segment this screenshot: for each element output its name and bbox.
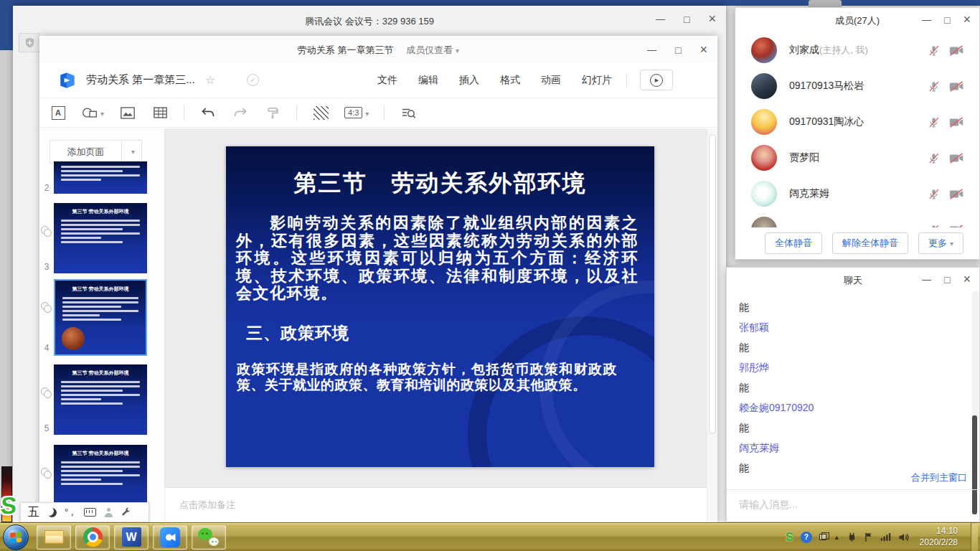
mute-all-button[interactable]: 全体静音 (765, 232, 822, 254)
notes-area[interactable]: 点击添加备注 (165, 487, 707, 522)
mic-muted-icon[interactable] (928, 152, 940, 164)
power-plug-icon[interactable] (847, 532, 857, 542)
shapes-tool-button[interactable] (82, 103, 104, 123)
mic-muted-icon[interactable] (928, 80, 940, 93)
restore-window-tray-icon[interactable] (819, 534, 826, 540)
chat-scrollbar[interactable] (972, 291, 979, 489)
minimize-icon[interactable] (922, 14, 931, 26)
divider (296, 105, 297, 121)
taskbar-chrome[interactable] (75, 525, 110, 550)
mic-muted-icon[interactable] (928, 116, 940, 128)
maximize-icon[interactable] (684, 14, 689, 26)
vertical-scrollbar[interactable] (707, 128, 717, 522)
ime-account-icon[interactable] (104, 508, 113, 517)
chat-input[interactable] (739, 499, 918, 510)
slide-paragraph[interactable]: 政策环境是指政府的各种政策方针，包括货币政策和财政政策、关于就业的政策、教育和培… (237, 362, 617, 393)
menu-format[interactable]: 格式 (500, 74, 520, 87)
help-tray-icon[interactable]: ? (801, 532, 812, 543)
table-tool-button[interactable] (151, 103, 169, 123)
slide-heading[interactable]: 三、政策环境 (246, 322, 349, 344)
saved-status-icon[interactable] (247, 74, 259, 86)
chat-window-controls (922, 273, 971, 286)
menu-slideshow[interactable]: 幻灯片 (582, 74, 612, 87)
add-page-button[interactable]: 添加页面 (50, 140, 142, 164)
network-signal-icon[interactable] (880, 532, 891, 542)
camera-off-icon[interactable] (949, 153, 963, 164)
aspect-ratio-button[interactable]: 4:3 (344, 103, 369, 123)
sogou-logo[interactable]: S (0, 492, 17, 519)
more-button[interactable]: 更多 (918, 232, 963, 254)
member-list: 刘家成 (主持人, 我) 09170913马松岩 09170 (735, 32, 979, 230)
slide-paragraph[interactable]: 影响劳动关系的因素除了就业组织内部的因素之外，还有很多因素，这些因素统称为劳动关… (236, 215, 639, 303)
maximize-icon[interactable] (944, 274, 950, 286)
minimize-icon[interactable] (656, 14, 665, 25)
taskbar-word[interactable]: W (114, 525, 149, 550)
play-slideshow-button[interactable] (640, 70, 673, 90)
find-button[interactable] (400, 103, 417, 123)
hidden-icons-chevron[interactable]: ▲ (834, 534, 840, 541)
merge-to-main-window-link[interactable]: 合并到主窗口 (911, 471, 967, 484)
image-tool-button[interactable] (119, 103, 136, 123)
chat-message: 能 (739, 418, 971, 438)
volume-speaker-icon[interactable] (898, 532, 910, 542)
taskbar-tencent-meeting[interactable] (153, 525, 187, 550)
slide-thumbnail-4-selected[interactable]: 第三节 劳动关系外部环境 (54, 279, 147, 356)
taskbar-wechat[interactable] (192, 525, 226, 550)
close-icon[interactable] (708, 13, 716, 26)
maximize-icon[interactable] (944, 14, 950, 27)
menu-file[interactable]: 文件 (377, 74, 397, 87)
slide-thumbnail-5[interactable]: 第三节 劳动关系外部环境 (54, 364, 147, 435)
chevron-down-icon[interactable] (121, 141, 141, 163)
member-name: 09170913马松岩 (789, 80, 864, 93)
slide-layout-button[interactable] (312, 103, 329, 123)
ime-settings-wrench-icon[interactable] (121, 507, 131, 517)
moon-fullhalf-icon[interactable] (47, 508, 57, 517)
soft-keyboard-icon[interactable] (84, 508, 96, 517)
slide-title[interactable]: 第三节 劳动关系外部环境 (226, 168, 654, 199)
start-button[interactable] (3, 524, 29, 550)
camera-off-icon[interactable] (949, 81, 963, 92)
slide-thumbnail-2[interactable] (54, 161, 147, 194)
mic-muted-icon[interactable] (928, 188, 940, 200)
slide-editing-area: 第三节 劳动关系外部环境 影响劳动关系的因素除了就业组织内部的因素之外，还有很多… (165, 128, 717, 522)
member-row: 09170931陶冰心 (735, 104, 979, 140)
mic-muted-icon[interactable] (928, 44, 940, 57)
camera-off-icon[interactable] (949, 189, 963, 199)
taskbar-explorer[interactable] (37, 525, 71, 550)
format-painter-button[interactable] (264, 103, 281, 123)
unmute-all-button[interactable]: 解除全体静音 (832, 232, 908, 254)
close-icon[interactable] (963, 273, 971, 286)
security-shield-button[interactable] (19, 33, 40, 52)
close-icon[interactable] (699, 44, 707, 57)
camera-off-icon[interactable] (949, 45, 963, 56)
close-icon[interactable] (963, 14, 971, 27)
minimize-icon[interactable] (922, 274, 931, 286)
undo-button[interactable] (199, 103, 217, 123)
clock[interactable]: 14:10 2020/2/28 (920, 526, 958, 548)
favorite-star-icon[interactable] (205, 73, 215, 87)
document-title[interactable]: 劳动关系 第一章第三... (86, 73, 195, 87)
wechat-icon (198, 527, 220, 547)
slide-canvas[interactable]: 第三节 劳动关系外部环境 影响劳动关系的因素除了就业组织内部的因素之外，还有很多… (226, 146, 654, 467)
ime-wubi-mode[interactable]: 五 (28, 505, 39, 520)
menu-edit[interactable]: 编辑 (418, 74, 438, 87)
members-titlebar: 成员(27人) (735, 8, 979, 30)
sogou-tray-icon[interactable]: S (786, 531, 793, 544)
view-mode-dropdown[interactable]: 成员仅查看 (406, 44, 459, 55)
menu-animation[interactable]: 动画 (541, 74, 561, 87)
camera-off-icon[interactable] (949, 117, 963, 128)
maximize-icon[interactable] (675, 44, 681, 57)
minimize-icon[interactable] (647, 44, 656, 56)
avatar (751, 37, 777, 63)
members-panel: 成员(27人) 刘家成 (主持人, 我) 09170913马松岩 (735, 7, 980, 260)
scrollbar-thumb[interactable] (709, 134, 716, 434)
animation-badge-icon (41, 387, 52, 398)
show-desktop-button[interactable] (971, 523, 978, 551)
menu-insert[interactable]: 插入 (459, 74, 479, 87)
textbox-tool-button[interactable]: A (50, 103, 67, 123)
action-center-flag-icon[interactable] (864, 532, 873, 542)
slide-thumbnail-3[interactable]: 第三节 劳动关系外部环境 (54, 203, 147, 273)
format-painter-icon (267, 107, 278, 119)
redo-button[interactable] (232, 103, 249, 123)
ime-punctuation-mode[interactable]: °， (65, 506, 76, 519)
